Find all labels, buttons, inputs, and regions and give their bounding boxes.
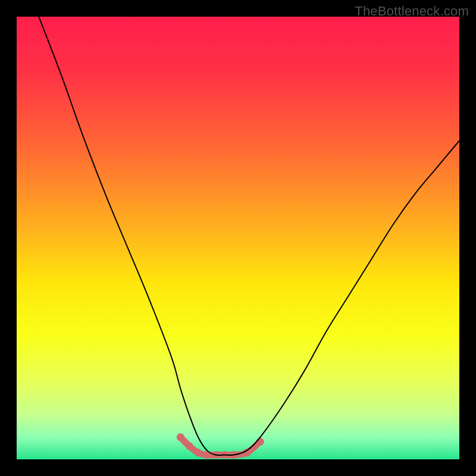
chart-svg bbox=[17, 17, 459, 459]
valley-marker-dot bbox=[195, 449, 202, 456]
gradient-background bbox=[17, 17, 459, 459]
outer-frame: TheBottleneck.com bbox=[0, 0, 476, 476]
valley-marker-dot bbox=[177, 433, 184, 441]
valley-marker-dot bbox=[256, 438, 264, 446]
valley-marker-dot bbox=[186, 442, 193, 450]
plot-area bbox=[17, 17, 459, 459]
